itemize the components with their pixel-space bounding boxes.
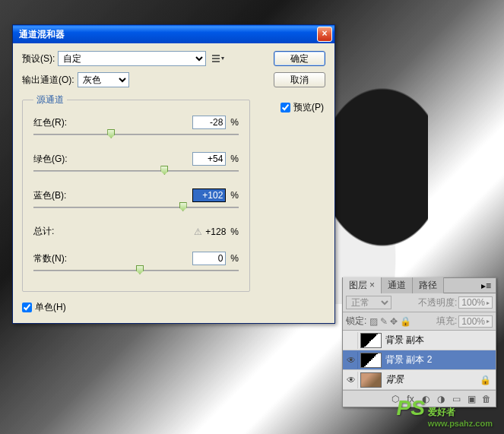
percent-sign: % [230, 154, 239, 164]
close-button[interactable]: × [317, 27, 332, 42]
preview-label: 预览(P) [293, 101, 324, 114]
red-slider[interactable] [33, 131, 239, 138]
total-label: 总计: [33, 225, 90, 238]
percent-sign: % [230, 190, 239, 201]
output-label: 输出通道(O): [22, 74, 74, 87]
layer-name: 背景 副本 2 [385, 353, 494, 366]
green-slider[interactable] [33, 167, 239, 175]
lock-label: 锁定: [346, 315, 366, 328]
fieldset-legend: 源通道 [33, 93, 67, 106]
percent-sign: % [230, 227, 239, 237]
titlebar[interactable]: 通道混和器 × [13, 25, 334, 43]
svg-marker-3 [221, 57, 224, 60]
layer-thumbnail [360, 372, 382, 388]
ok-button[interactable]: 确定 [274, 51, 325, 66]
layer-thumbnail [360, 353, 382, 368]
layer-item[interactable]: 👁 背景 副本 2 [343, 350, 496, 370]
preset-select[interactable]: 自定 [58, 51, 206, 66]
blue-label: 蓝色(B): [33, 189, 90, 202]
panel-menu-icon[interactable]: ▸≡ [477, 279, 496, 293]
layer-item[interactable]: 背景 副本 [343, 331, 496, 350]
watermark: PS 爱好者 www.psahz.com [396, 396, 493, 428]
layers-panel: 图层× 通道 路径 ▸≡ 正常 不透明度: 100%▸ 锁定: ▨ ✎ ✥ 🔒 … [342, 277, 496, 407]
channel-mixer-dialog: 通道混和器 × 预设(S): 自定 输出通道(O): 灰色 确定 取消 预览(P… [12, 24, 335, 324]
lock-all-icon[interactable]: 🔒 [400, 316, 411, 327]
monochrome-label: 单色(H) [35, 301, 66, 314]
fill-input[interactable]: 100%▸ [458, 315, 493, 328]
total-value: +128 [205, 227, 226, 237]
tab-paths[interactable]: 路径 [413, 277, 444, 293]
output-channel-select[interactable]: 灰色 [78, 72, 129, 87]
warning-icon: ⚠ [194, 227, 202, 237]
blend-mode-select[interactable]: 正常 [346, 296, 391, 309]
layer-thumbnail [360, 333, 382, 348]
visibility-toggle[interactable]: 👁 [344, 372, 358, 388]
visibility-toggle[interactable]: 👁 [344, 352, 358, 369]
red-label: 红色(R): [33, 116, 90, 129]
layer-item[interactable]: 👁 背景 🔒 [343, 370, 496, 390]
lock-position-icon[interactable]: ✥ [390, 316, 398, 327]
green-label: 绿色(G): [33, 153, 90, 166]
layer-name: 背景 [385, 373, 480, 386]
percent-sign: % [230, 117, 239, 128]
layer-name: 背景 副本 [385, 334, 494, 347]
fill-label: 填充: [436, 315, 457, 328]
layer-list: 背景 副本 👁 背景 副本 2 👁 背景 🔒 [343, 331, 496, 390]
opacity-input[interactable]: 100%▸ [458, 296, 493, 309]
tab-layers[interactable]: 图层× [343, 277, 382, 293]
constant-slider[interactable] [33, 267, 239, 274]
source-channels-fieldset: 源通道 红色(R): % 绿色(G): % 蓝色(B) [22, 93, 250, 292]
blue-slider[interactable] [33, 204, 239, 211]
visibility-toggle[interactable] [344, 332, 358, 349]
percent-sign: % [230, 253, 239, 264]
tab-channels[interactable]: 通道 [382, 277, 413, 293]
red-input[interactable] [192, 116, 226, 129]
green-input[interactable] [192, 152, 226, 166]
lock-transparency-icon[interactable]: ▨ [369, 316, 378, 327]
opacity-label: 不透明度: [418, 296, 457, 309]
preview-checkbox[interactable] [281, 103, 290, 112]
blue-input[interactable] [192, 188, 226, 202]
preset-menu-icon[interactable] [212, 54, 224, 63]
preset-label: 预设(S): [22, 52, 55, 65]
cancel-button[interactable]: 取消 [274, 72, 325, 87]
monochrome-checkbox[interactable] [22, 303, 32, 312]
lock-pixels-icon[interactable]: ✎ [380, 316, 388, 327]
constant-label: 常数(N): [33, 252, 90, 265]
dialog-title: 通道混和器 [19, 28, 317, 41]
constant-input[interactable] [192, 252, 226, 265]
lock-icon: 🔒 [480, 375, 491, 385]
